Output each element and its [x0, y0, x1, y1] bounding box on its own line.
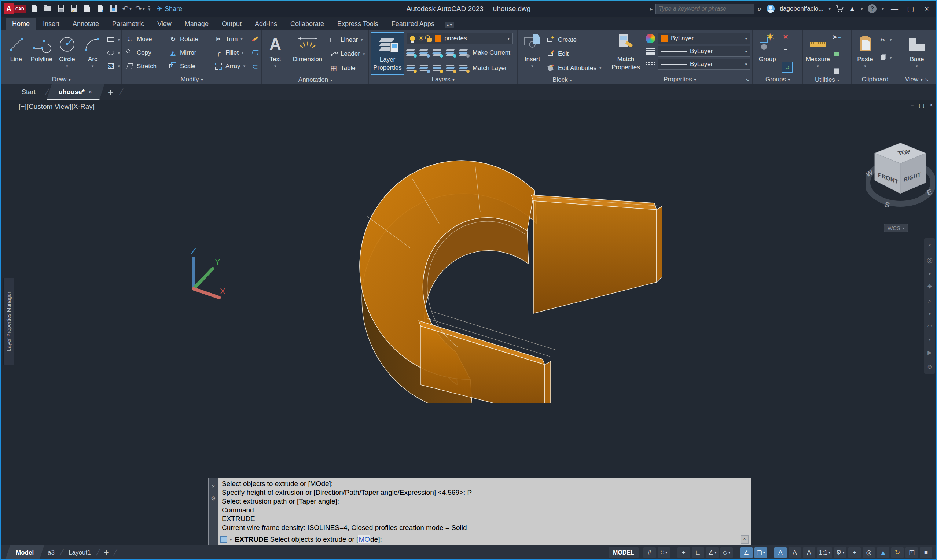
- tab-insert[interactable]: Insert: [37, 18, 65, 30]
- layer-properties-manager-tab[interactable]: Layer Properties Manager: [3, 278, 14, 365]
- ellipse-button[interactable]: ▾: [107, 46, 120, 59]
- layer-unisolate-icon[interactable]: [420, 65, 429, 72]
- clean-screen-button[interactable]: ◰: [905, 547, 918, 558]
- navbar-close-icon[interactable]: ×: [928, 242, 931, 248]
- ortho-mode-toggle[interactable]: ∟: [692, 547, 704, 558]
- hatch-dropdown[interactable]: ▾: [118, 64, 120, 69]
- cut-button[interactable]: ✂▾: [879, 33, 892, 46]
- zoom-extents-icon[interactable]: ⌕: [928, 298, 931, 304]
- panel-label-groups[interactable]: Groups▾: [753, 75, 802, 84]
- rotate-button[interactable]: ↻Rotate: [169, 32, 212, 46]
- view-dialog-launcher[interactable]: ↘: [925, 77, 929, 83]
- text-dropdown[interactable]: ▾: [274, 64, 276, 69]
- rectangle-button[interactable]: ▾: [107, 33, 120, 46]
- select-similar-icon[interactable]: [832, 50, 841, 58]
- layer-restore-icon[interactable]: [420, 49, 429, 57]
- lineweight-combo[interactable]: ByLayer▾: [658, 46, 751, 57]
- snap-mode-toggle[interactable]: ∷▾: [658, 547, 670, 558]
- hatch-button[interactable]: ▾: [107, 59, 120, 72]
- fillet-dropdown[interactable]: ▾: [242, 50, 244, 55]
- lineweight-dropdown[interactable]: ▾: [745, 49, 747, 54]
- layer-lock-icon[interactable]: [446, 49, 455, 57]
- workspace-switching-button[interactable]: ⚙▾: [834, 547, 846, 558]
- object-snap-tracking-toggle[interactable]: ∠: [740, 547, 752, 558]
- redo-dropdown[interactable]: ▾: [143, 6, 145, 11]
- layout-tab-a3[interactable]: a3: [43, 545, 60, 560]
- ucs-icon[interactable]: Z Y X: [183, 246, 228, 300]
- array-button[interactable]: Array▾: [214, 59, 249, 73]
- command-line-palette[interactable]: × ⚙ Select objects to extrude or [MOde]:…: [208, 477, 751, 545]
- paste-button[interactable]: Paste ▾: [853, 32, 877, 69]
- viewport-close-button[interactable]: ×: [930, 102, 933, 109]
- panel-label-draw[interactable]: Draw▾: [1, 75, 122, 84]
- new-file-tab-button[interactable]: +: [102, 84, 119, 100]
- object-color-dropdown[interactable]: ▾: [745, 36, 747, 41]
- new-drawing-button[interactable]: [30, 4, 39, 14]
- copy-clip-button[interactable]: ▾: [879, 51, 892, 65]
- hardware-acceleration-button[interactable]: ↻: [891, 547, 904, 558]
- search-expand-icon[interactable]: ▸: [650, 6, 653, 12]
- user-avatar[interactable]: [766, 5, 775, 13]
- model-space-badge[interactable]: MODEL: [609, 547, 639, 558]
- linetype-combo[interactable]: ByLayer▾: [658, 58, 751, 70]
- layer-combo[interactable]: ☀ paredes ▾: [406, 33, 513, 44]
- group-button[interactable]: ✶ Group: [754, 32, 780, 63]
- insert-button[interactable]: Insert ▾: [519, 32, 546, 69]
- quick-calculator-icon[interactable]: [832, 67, 841, 75]
- view-cube[interactable]: W S E TOP FRONT RIGHT: [866, 139, 935, 218]
- ribbon-minimize-button[interactable]: ▴ ▾: [445, 22, 454, 28]
- command-scroll-up-button[interactable]: ˄: [740, 535, 749, 543]
- tab-manage[interactable]: Manage: [179, 18, 214, 30]
- circle-button[interactable]: Circle ▾: [54, 32, 80, 69]
- isometric-drafting-toggle[interactable]: ◇▾: [720, 547, 733, 558]
- save-button[interactable]: [56, 4, 66, 14]
- tab-parametric[interactable]: Parametric: [106, 18, 150, 30]
- circle-dropdown[interactable]: ▾: [66, 64, 68, 69]
- viewport-controls[interactable]: [−][Custom View][X-Ray]: [19, 103, 95, 111]
- help-dropdown[interactable]: ▾: [882, 6, 884, 11]
- minimize-button[interactable]: —: [889, 5, 900, 13]
- file-tab-close-icon[interactable]: ×: [88, 88, 92, 96]
- offset-button[interactable]: ⊂: [251, 59, 259, 73]
- layer-combo-dropdown[interactable]: ▾: [507, 36, 509, 41]
- navigation-bar[interactable]: × ◎ ▾ ✥ ⌕ ▾ ◠ ▾ ▶ ⊖: [924, 238, 935, 374]
- match-properties-button[interactable]: MatchProperties: [609, 32, 643, 71]
- leader-button[interactable]: Leader▾: [329, 47, 365, 61]
- block-edit-button[interactable]: Edit: [547, 47, 569, 61]
- object-snap-toggle[interactable]: ▢▾: [754, 547, 767, 558]
- command-prompt[interactable]: ▾ EXTRUDE Select objects to extrude or […: [218, 534, 751, 545]
- command-close-icon[interactable]: ×: [212, 483, 215, 489]
- explode-button[interactable]: [251, 46, 259, 59]
- file-tab-start[interactable]: Start: [12, 84, 45, 100]
- copy-clip-dropdown[interactable]: ▾: [890, 55, 892, 60]
- autodesk-app-icon[interactable]: ▲: [849, 5, 855, 13]
- move-button[interactable]: ↔↔Move: [126, 32, 167, 46]
- user-name[interactable]: tiagobonifacio...: [780, 5, 823, 12]
- orbit-icon[interactable]: ◠: [927, 323, 932, 330]
- edit-attributes-button[interactable]: Edit Attributes▾: [547, 61, 601, 75]
- fillet-button[interactable]: ╭Fillet▾: [214, 46, 249, 59]
- open-button[interactable]: [43, 4, 52, 14]
- quick-select-icon[interactable]: ➤≣: [832, 33, 841, 41]
- orbit-dropdown[interactable]: ▾: [929, 337, 931, 342]
- match-layer-button[interactable]: Match Layer: [472, 65, 507, 72]
- dynamic-input-toggle[interactable]: +: [677, 547, 690, 558]
- annotation-scale-icon[interactable]: A: [803, 547, 815, 558]
- measure-button[interactable]: Measure ▾: [805, 32, 831, 69]
- text-button[interactable]: A Text ▾: [263, 32, 287, 69]
- isolate-objects-button[interactable]: ◎: [863, 547, 875, 558]
- share-button[interactable]: ✈Share: [156, 5, 182, 13]
- new-layout-button[interactable]: +: [100, 545, 113, 560]
- qat-menu-button[interactable]: ▾: [148, 6, 151, 12]
- measure-dropdown[interactable]: ▾: [817, 64, 819, 69]
- autodesk-app-dropdown[interactable]: ▾: [861, 6, 863, 11]
- arc-dropdown[interactable]: ▾: [92, 64, 94, 69]
- panel-label-modify[interactable]: Modify▾: [122, 75, 262, 84]
- annotation-scale-selector[interactable]: 1:1▾: [817, 547, 832, 558]
- paste-dropdown[interactable]: ▾: [864, 64, 866, 69]
- array-dropdown[interactable]: ▾: [243, 64, 246, 69]
- tab-output[interactable]: Output: [216, 18, 248, 30]
- copy-button[interactable]: Copy: [126, 46, 167, 59]
- edit-attributes-dropdown[interactable]: ▾: [599, 66, 602, 70]
- command-wrench-icon[interactable]: ⚙: [211, 495, 215, 502]
